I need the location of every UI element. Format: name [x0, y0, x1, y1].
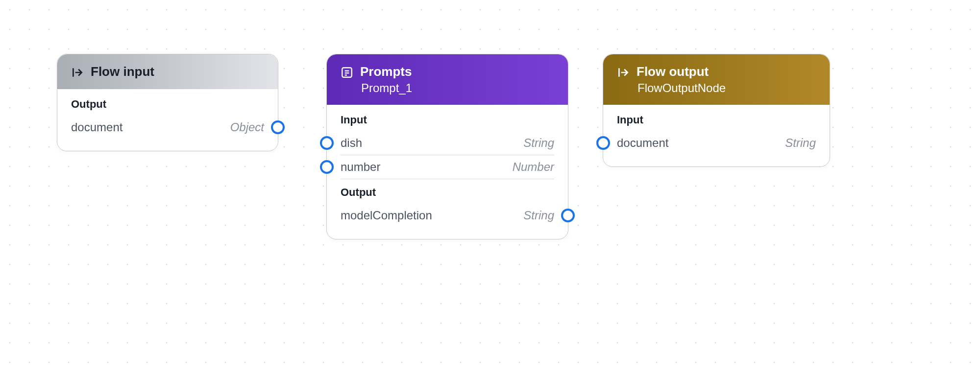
- node-title: Flow input: [91, 64, 154, 79]
- node-subtitle: Prompt_1: [360, 81, 412, 95]
- node-subtitle: FlowOutputNode: [637, 81, 726, 95]
- port-type: String: [523, 209, 554, 222]
- node-header: Flow input: [57, 54, 278, 89]
- input-port-row: dish String: [341, 131, 554, 155]
- node-header: Prompts Prompt_1: [327, 54, 568, 105]
- port-type: String: [523, 136, 554, 150]
- output-port-row: modelCompletion String: [341, 204, 554, 227]
- node-body: Output document Object: [57, 89, 278, 151]
- port-name: document: [617, 136, 668, 150]
- input-icon: [71, 66, 84, 79]
- port-name: number: [341, 160, 380, 174]
- input-port-handle[interactable]: [596, 136, 610, 150]
- output-port-handle[interactable]: [561, 209, 575, 222]
- input-port-handle[interactable]: [320, 136, 334, 150]
- input-port-row: number Number: [341, 155, 554, 179]
- port-name: dish: [341, 136, 362, 150]
- input-section-label: Input: [341, 114, 554, 126]
- output-port-handle[interactable]: [271, 120, 285, 134]
- input-section-label: Input: [617, 114, 816, 126]
- port-name: modelCompletion: [341, 209, 432, 222]
- output-section-label: Output: [341, 186, 554, 199]
- node-title: Prompts: [360, 64, 412, 79]
- port-type: Object: [230, 120, 264, 134]
- input-port-handle[interactable]: [320, 160, 334, 174]
- port-type: Number: [513, 160, 554, 174]
- prompts-node[interactable]: Prompts Prompt_1 Input dish String numbe…: [326, 54, 568, 239]
- output-section-label: Output: [71, 98, 264, 111]
- output-icon: [617, 66, 630, 79]
- node-title: Flow output: [637, 64, 726, 79]
- output-port-row: document Object: [71, 116, 264, 139]
- port-name: document: [71, 120, 122, 134]
- flow-output-node[interactable]: Flow output FlowOutputNode Input documen…: [603, 54, 830, 167]
- prompts-icon: [341, 66, 353, 79]
- port-type: String: [785, 136, 816, 150]
- node-header: Flow output FlowOutputNode: [603, 54, 830, 105]
- node-body: Input document String: [603, 105, 830, 166]
- node-body: Input dish String number Number Output m…: [327, 105, 568, 239]
- input-port-row: document String: [617, 131, 816, 155]
- flow-input-node[interactable]: Flow input Output document Object: [57, 54, 278, 151]
